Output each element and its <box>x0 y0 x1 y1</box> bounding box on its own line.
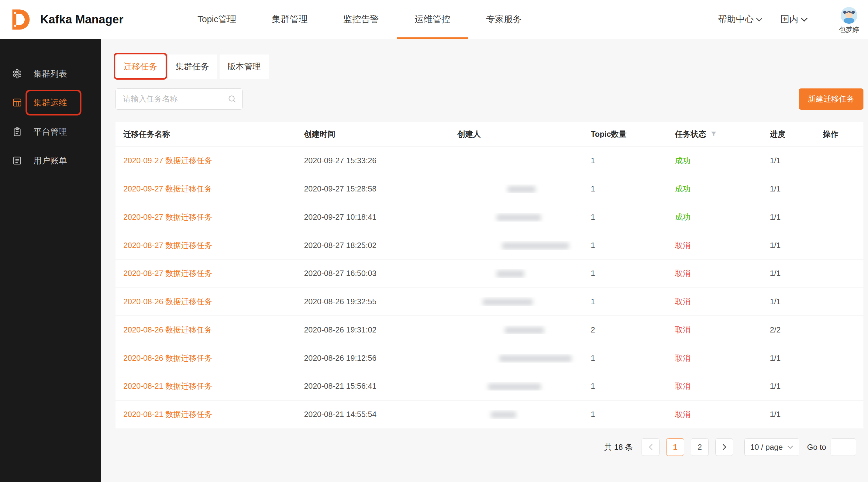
sidebar-item-user-bill[interactable]: 用户账单 <box>0 146 101 175</box>
table-row: 2020-08-21 数据迁移任务 2020-08-21 14:55:54 1 … <box>116 400 863 429</box>
search-box <box>116 89 243 110</box>
progress: 1/1 <box>770 410 823 419</box>
new-migration-task-button[interactable]: 新建迁移任务 <box>799 89 863 110</box>
task-status: 取消 <box>675 410 690 418</box>
progress: 1/1 <box>770 297 823 306</box>
table-row: 2020-09-27 数据迁移任务 2020-09-27 15:33:26 1 … <box>116 147 863 175</box>
app-logo-icon[interactable] <box>8 7 33 32</box>
task-name-link[interactable]: 2020-08-27 数据迁移任务 <box>123 269 212 278</box>
filter-icon[interactable] <box>711 131 717 137</box>
creator-cell <box>457 185 591 193</box>
task-status: 成功 <box>675 185 690 193</box>
avatar <box>841 7 857 24</box>
chevron-down-icon <box>801 17 808 22</box>
next-page-button[interactable] <box>715 438 733 456</box>
table-body: 2020-09-27 数据迁移任务 2020-09-27 15:33:26 1 … <box>116 147 863 429</box>
creator-redacted-blur <box>505 327 544 334</box>
task-name-link[interactable]: 2020-08-21 数据迁移任务 <box>123 382 212 390</box>
task-status: 成功 <box>675 213 690 221</box>
creator-cell <box>457 382 591 390</box>
topic-count: 1 <box>591 156 675 165</box>
creator-cell <box>457 297 591 306</box>
creator-cell <box>457 241 591 250</box>
task-status: 取消 <box>675 354 690 362</box>
task-name-link[interactable]: 2020-08-21 数据迁移任务 <box>123 410 212 418</box>
nav-topic-manage[interactable]: Topic管理 <box>180 0 254 39</box>
created-time: 2020-09-27 15:28:58 <box>304 185 457 193</box>
tab-migration-task[interactable]: 迁移任务 <box>116 54 165 79</box>
table-row: 2020-08-27 数据迁移任务 2020-08-27 18:25:02 1 … <box>116 231 863 260</box>
progress: 1/1 <box>770 213 823 222</box>
sidebar-item-platform-manage[interactable]: 平台管理 <box>0 117 101 146</box>
task-name-link[interactable]: 2020-08-26 数据迁移任务 <box>123 325 212 334</box>
search-input[interactable] <box>122 94 228 104</box>
creator-cell <box>457 213 591 222</box>
tab-label: 版本管理 <box>227 62 261 71</box>
page-button-2[interactable]: 2 <box>691 438 709 456</box>
creator-cell <box>457 410 591 419</box>
toolbar: 新建迁移任务 <box>116 89 863 110</box>
created-time: 2020-09-27 15:33:26 <box>304 156 457 165</box>
table-header: 迁移任务名称 创建时间 创建人 Topic数量 任务状态 进度 操作 <box>116 122 863 147</box>
creator-cell <box>457 269 591 278</box>
header-right: 帮助中心 国内 <box>718 0 859 39</box>
kafka-manager-app: Kafka Manager Topic管理 集群管理 监控告警 运维管控 专家服… <box>0 0 868 482</box>
progress: 1/1 <box>770 269 823 278</box>
task-status: 取消 <box>675 269 690 278</box>
table-row: 2020-08-26 数据迁移任务 2020-08-26 19:32:55 1 … <box>116 288 863 316</box>
platform-manage-icon <box>12 127 22 137</box>
created-time: 2020-08-26 19:31:02 <box>304 325 457 334</box>
cluster-list-icon <box>12 69 22 79</box>
creator-cell <box>457 354 591 362</box>
sidebar-item-label: 集群列表 <box>33 68 67 79</box>
user-profile[interactable]: 包梦婷 <box>839 5 859 34</box>
creator-redacted-blur <box>497 270 525 277</box>
topic-count: 1 <box>591 213 675 222</box>
task-name-link[interactable]: 2020-08-26 数据迁移任务 <box>123 354 212 362</box>
goto-page-input[interactable] <box>831 438 856 456</box>
task-name-link[interactable]: 2020-08-26 数据迁移任务 <box>123 297 212 306</box>
task-name-link[interactable]: 2020-09-27 数据迁移任务 <box>123 213 212 221</box>
task-status: 成功 <box>675 156 690 165</box>
sidebar-item-label: 平台管理 <box>33 126 67 137</box>
page-size-select[interactable]: 10 / page <box>744 438 799 456</box>
progress: 1/1 <box>770 241 823 250</box>
goto-label: Go to <box>807 443 826 452</box>
task-name-link[interactable]: 2020-09-27 数据迁移任务 <box>123 185 212 193</box>
tab-cluster-task[interactable]: 集群任务 <box>167 54 217 79</box>
topic-count: 1 <box>591 382 675 390</box>
table-row: 2020-08-26 数据迁移任务 2020-08-26 19:31:02 2 … <box>116 316 863 344</box>
prev-page-button[interactable] <box>642 438 659 456</box>
sidebar-item-cluster-list[interactable]: 集群列表 <box>0 59 101 88</box>
page-button-1[interactable]: 1 <box>666 438 684 456</box>
table-row: 2020-09-27 数据迁移任务 2020-09-27 10:18:41 1 … <box>116 203 863 231</box>
cluster-ops-icon <box>12 98 22 107</box>
nav-cluster-manage[interactable]: 集群管理 <box>254 0 326 39</box>
created-time: 2020-08-26 19:12:56 <box>304 354 457 362</box>
tab-version-manage[interactable]: 版本管理 <box>219 54 269 79</box>
search-icon[interactable] <box>228 95 237 103</box>
creator-redacted-blur <box>502 243 569 249</box>
region-selector[interactable]: 国内 <box>780 13 808 26</box>
creator-redacted-blur <box>497 214 541 221</box>
help-center-menu[interactable]: 帮助中心 <box>718 13 763 26</box>
nav-monitor-alert[interactable]: 监控告警 <box>326 0 397 39</box>
table-row: 2020-08-27 数据迁移任务 2020-08-27 16:50:03 1 … <box>116 260 863 288</box>
sidebar: 集群列表 集群运维 平台管理 <box>0 39 101 482</box>
tab-bar: 迁移任务 集群任务 版本管理 <box>116 54 863 79</box>
task-name-link[interactable]: 2020-08-27 数据迁移任务 <box>123 241 212 250</box>
topic-count: 2 <box>591 325 675 334</box>
creator-cell <box>457 325 591 334</box>
main-content: 迁移任务 集群任务 版本管理 新建迁移任务 <box>101 39 868 482</box>
chevron-down-icon <box>787 445 793 449</box>
task-status: 取消 <box>675 241 690 250</box>
task-status: 取消 <box>675 382 690 390</box>
nav-expert-service[interactable]: 专家服务 <box>468 0 539 39</box>
sidebar-item-cluster-ops[interactable]: 集群运维 <box>0 88 101 117</box>
task-name-link[interactable]: 2020-09-27 数据迁移任务 <box>123 156 212 165</box>
col-progress: 进度 <box>770 129 823 139</box>
table-row: 2020-08-21 数据迁移任务 2020-08-21 15:56:41 1 … <box>116 372 863 400</box>
user-bill-icon <box>12 156 22 166</box>
nav-ops-control[interactable]: 运维管控 <box>397 0 468 39</box>
created-time: 2020-08-27 16:50:03 <box>304 269 457 278</box>
